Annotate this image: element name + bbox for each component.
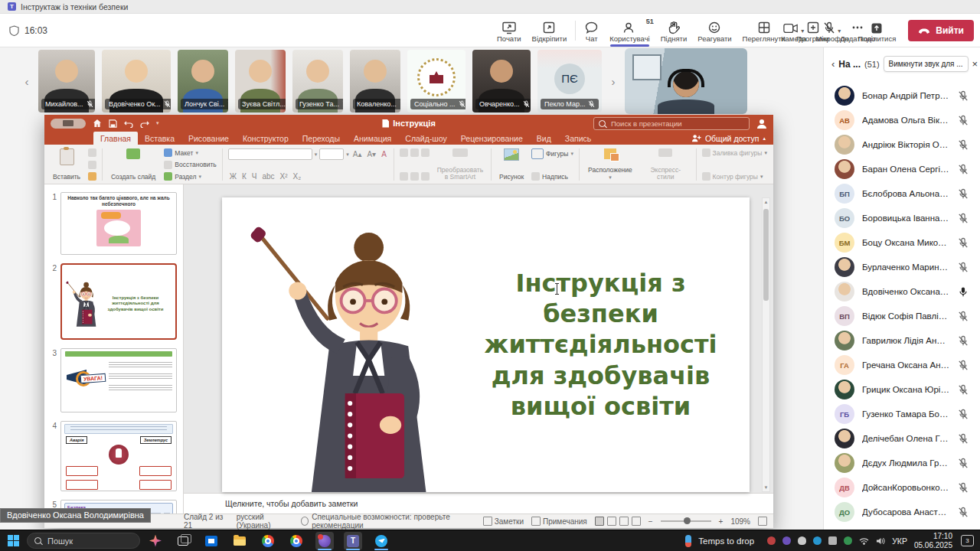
shrink-font-button[interactable]: A▾ <box>365 150 377 158</box>
mic-muted-icon[interactable] <box>958 458 969 469</box>
video-tile[interactable]: Зуєва Світл... <box>235 50 286 112</box>
mic-muted-icon[interactable] <box>958 262 969 273</box>
quick-access-caret-icon[interactable]: ▾ <box>156 120 159 126</box>
font-glyph-button-4[interactable]: X² <box>279 172 289 181</box>
ppt-tab-0[interactable]: Главная <box>93 132 138 145</box>
layout-button[interactable]: Макет▾ <box>164 148 216 157</box>
participant-row[interactable]: Бурлаченко Марина Денисів... <box>824 255 980 279</box>
font-glyph-button-5[interactable]: X₂ <box>292 172 303 181</box>
mic-button[interactable]: ▾ Мікрофон <box>812 19 851 43</box>
store-icon[interactable] <box>202 532 220 550</box>
camera-button[interactable]: ▾ Камера <box>778 19 809 43</box>
camera-dropdown-icon[interactable]: ▾ <box>801 28 804 34</box>
shape-outline-button[interactable]: Контур фигуры▾ <box>702 172 767 181</box>
telegram-icon[interactable] <box>813 536 822 545</box>
font-glyph-button-3[interactable]: abc <box>260 172 276 181</box>
mic-muted-icon[interactable] <box>958 409 969 420</box>
textbox-button[interactable]: Надпись <box>531 172 573 181</box>
normal-view-icon[interactable] <box>595 517 604 526</box>
video-tile[interactable]: Соціально ... <box>407 50 466 112</box>
ppt-search-input[interactable] <box>609 119 727 129</box>
slide-title-text[interactable]: Інструкція з безпеки життєдіяльності для… <box>456 268 746 422</box>
video-tile[interactable]: Вдовіченко Ок... <box>102 50 171 112</box>
arrange-button[interactable]: Расположение ▾ <box>585 147 635 182</box>
collapse-ribbon-icon[interactable]: ▴ <box>763 135 766 142</box>
slide-thumbnail-1[interactable]: 1 Навколо так багато цікавого, але на жа… <box>44 192 183 263</box>
language-indicator[interactable]: русский (Украина) <box>237 513 290 530</box>
participant-row[interactable]: АВАдамова Ольга Вікторівна <box>824 108 980 132</box>
tray-icon-3[interactable] <box>828 536 837 545</box>
file-explorer-icon[interactable] <box>230 532 249 550</box>
ppt-tab-3[interactable]: Конструктор <box>236 132 296 145</box>
notification-center[interactable]: 3 <box>961 535 974 546</box>
mic-muted-icon[interactable] <box>958 237 969 249</box>
mic-muted-icon[interactable] <box>958 311 969 322</box>
chrome-icon[interactable] <box>259 532 277 550</box>
copy-icon[interactable] <box>88 161 96 169</box>
slide-thumbnail-2[interactable]: 2 Інструкція з безпеки життєдіяльності д… <box>44 263 183 348</box>
font-glyph-button-1[interactable]: К <box>240 172 248 181</box>
toolbar-button-0[interactable]: Почати <box>492 14 527 47</box>
taskbar-search-input[interactable] <box>46 536 126 546</box>
zoom-slider[interactable] <box>661 520 711 522</box>
blue-app-icon[interactable] <box>372 532 390 550</box>
indent-icon[interactable] <box>421 148 430 157</box>
mic-muted-icon[interactable] <box>958 384 969 396</box>
undo-icon[interactable] <box>124 119 133 128</box>
mic-muted-icon[interactable] <box>958 90 969 102</box>
presenter-mode-pill[interactable] <box>51 119 86 129</box>
participant-row[interactable]: ВПВідюк Софія Павлівна <box>824 304 980 328</box>
ppt-tab-7[interactable]: Рецензирование <box>454 132 530 145</box>
video-tile[interactable]: ПЄПекло Мар... <box>537 50 602 112</box>
participant-row[interactable]: ГБГузенко Тамара Борисівна <box>824 402 980 426</box>
clipboard-small-buttons[interactable] <box>88 147 96 182</box>
shape-fill-button[interactable]: Заливка фигуры▾ <box>702 148 767 157</box>
slide-thumbnail-3[interactable]: 3 УВАГА! <box>44 348 183 421</box>
mic-muted-icon[interactable] <box>958 482 969 494</box>
slide-thumbnail-4[interactable]: 4 Аварія Землетрус <box>44 421 183 500</box>
participant-row[interactable]: ГАГречана Оксана Анатоліївна <box>824 353 980 377</box>
comments-toggle[interactable]: Примечания <box>531 517 587 526</box>
ppt-tab-1[interactable]: Вставка <box>138 132 181 145</box>
video-tile[interactable]: Овчаренко... <box>472 50 531 112</box>
accessibility-status[interactable]: Специальные возможности: проверьте реком… <box>301 513 472 530</box>
clear-format-button[interactable]: A <box>380 150 388 158</box>
active-speaker-tile[interactable] <box>625 48 747 114</box>
mic-dropdown-icon[interactable]: ▾ <box>838 28 841 34</box>
save-icon[interactable] <box>109 119 117 128</box>
section-button[interactable]: Раздел▾ <box>164 172 216 181</box>
cloud-icon[interactable] <box>798 536 806 545</box>
toolbar-button-1[interactable]: Відкріпити <box>527 14 573 47</box>
participant-row[interactable]: Андріюк Вікторія Олегівна <box>824 132 980 157</box>
participant-row[interactable]: БОБоровицька Іванна Олександ... <box>824 206 980 230</box>
zoom-level[interactable]: 109% <box>730 517 750 526</box>
participant-row[interactable]: ДВДойсанКоровьонкова Натал... <box>824 475 980 500</box>
purple-app-icon[interactable] <box>315 532 334 550</box>
grow-font-button[interactable]: A▴ <box>351 150 364 158</box>
toolbar-button-5[interactable]: Реагувати <box>692 14 737 47</box>
tray-icon-1[interactable] <box>767 536 776 545</box>
slide-sorter-icon[interactable] <box>607 517 616 526</box>
toolbar-button-4[interactable]: Підняти <box>655 14 693 47</box>
mic-muted-icon[interactable] <box>958 213 969 224</box>
clock[interactable]: 17:10 05.06.2025 <box>914 532 952 550</box>
font-glyph-button-0[interactable]: Ж <box>228 172 238 181</box>
video-tile[interactable]: Лончук Сві... <box>178 50 228 112</box>
task-view-button[interactable] <box>174 532 192 550</box>
participant-row[interactable]: Вдовіченко Оксана Володим... <box>824 279 980 304</box>
slide-canvas[interactable]: Інструкція з безпеки життєдіяльності для… <box>222 197 750 492</box>
ppt-search-box[interactable] <box>593 117 750 130</box>
reading-view-icon[interactable] <box>619 517 629 526</box>
tray-icon-4[interactable] <box>844 536 852 545</box>
copilot-icon[interactable] <box>149 535 162 547</box>
new-slide-button[interactable]: Создать слайд <box>108 147 158 182</box>
notes-toggle[interactable]: Заметки <box>483 517 524 526</box>
close-panel-icon[interactable]: × <box>972 58 980 70</box>
ppt-tab-2[interactable]: Рисование <box>181 132 236 145</box>
toolbar-button-2[interactable]: Чат <box>579 14 604 47</box>
font-name-select[interactable] <box>228 148 312 160</box>
fit-to-window-icon[interactable] <box>758 517 767 526</box>
cut-icon[interactable] <box>88 148 96 157</box>
taskbar-search[interactable] <box>27 533 140 549</box>
ppt-share-button[interactable]: Общий доступ ▴ <box>691 132 773 145</box>
